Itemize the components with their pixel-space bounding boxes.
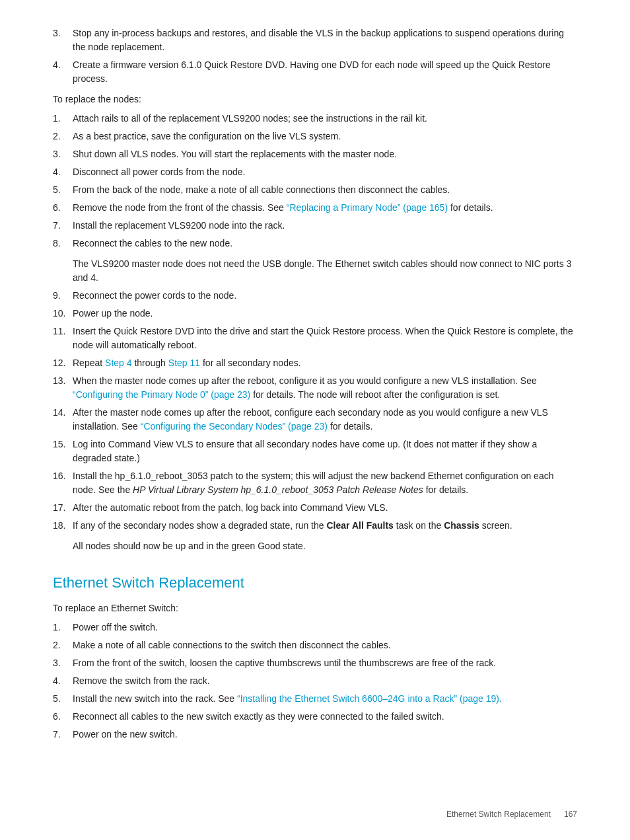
step-text: Install the hp_6.1.0_reboot_3053 patch t… — [73, 469, 577, 497]
step-text: Repeat Step 4 through Step 11 for all se… — [73, 356, 577, 370]
all-nodes-note: All nodes should now be up and in the gr… — [73, 539, 577, 553]
list-item: 8. Reconnect the cables to the new node. — [53, 237, 577, 250]
step-number: 7. — [53, 728, 73, 742]
step-text: Reconnect the power cords to the node. — [73, 289, 577, 303]
step-number: 14. — [53, 406, 73, 434]
step-number: 13. — [53, 374, 73, 402]
step-text-before: Install the new switch into the rack. Se… — [73, 693, 237, 704]
replace-steps-list: 1. Attach rails to all of the replacemen… — [53, 112, 577, 250]
list-item: 18. If any of the secondary nodes show a… — [53, 519, 577, 533]
step-text-after: for details. — [423, 484, 468, 495]
step-italic-text: HP Virtual Library System hp_6.1.0_reboo… — [133, 484, 423, 495]
installing-ethernet-switch-link[interactable]: “Installing the Ethernet Switch 6600–24G… — [237, 693, 502, 704]
step-number: 6. — [53, 710, 73, 724]
step-text: From the front of the switch, loosen the… — [73, 656, 577, 670]
list-item: 11. Insert the Quick Restore DVD into th… — [53, 325, 577, 352]
step-text: Disconnect all power cords from the node… — [73, 165, 577, 179]
item-number: 3. — [53, 26, 73, 54]
list-item: 7. Power on the new switch. — [53, 728, 577, 742]
list-item: 4. Remove the switch from the rack. — [53, 674, 577, 688]
step-text-before: When the master node comes up after the … — [73, 375, 537, 386]
step-text-mid: through — [132, 358, 168, 368]
step-number: 17. — [53, 501, 73, 515]
configure-primary-link[interactable]: “Configuring the Primary Node 0” (page 2… — [73, 389, 250, 400]
list-item: 5. Install the new switch into the rack.… — [53, 692, 577, 706]
list-item: 3. From the front of the switch, loosen … — [53, 656, 577, 670]
step-number: 9. — [53, 289, 73, 303]
step-text-after: for all secondary nodes. — [200, 358, 301, 368]
step-text-after: screen. — [479, 520, 512, 531]
page: 3. Stop any in-process backups and resto… — [0, 0, 630, 840]
step-text: After the master node comes up after the… — [73, 406, 577, 434]
item-text: Stop any in-process backups and restores… — [73, 26, 577, 54]
list-item: 16. Install the hp_6.1.0_reboot_3053 pat… — [53, 469, 577, 497]
footer-page-number: 167 — [564, 808, 577, 820]
step-text: When the master node comes up after the … — [73, 374, 577, 402]
step-number: 1. — [53, 112, 73, 126]
step-text: Install the replacement VLS9200 node int… — [73, 219, 577, 233]
step-number: 16. — [53, 469, 73, 497]
list-item: 7. Install the replacement VLS9200 node … — [53, 219, 577, 233]
list-item: 6. Remove the node from the front of the… — [53, 201, 577, 215]
step-text: Power off the switch. — [73, 621, 577, 634]
list-item: 3. Shut down all VLS nodes. You will sta… — [53, 147, 577, 161]
configure-secondary-link[interactable]: “Configuring the Secondary Nodes” (page … — [141, 421, 328, 432]
step-number: 4. — [53, 165, 73, 179]
list-item: 12. Repeat Step 4 through Step 11 for al… — [53, 356, 577, 370]
list-item: 5. From the back of the node, make a not… — [53, 183, 577, 197]
list-item: 4. Disconnect all power cords from the n… — [53, 165, 577, 179]
step-text-after: for details. — [328, 421, 372, 432]
step-text: Power on the new switch. — [73, 728, 577, 742]
ethernet-intro: To replace an Ethernet Switch: — [53, 601, 577, 615]
step-number: 3. — [53, 147, 73, 161]
replacing-primary-node-link[interactable]: “Replacing a Primary Node” (page 165) — [287, 202, 448, 213]
step-text: Remove the node from the front of the ch… — [73, 201, 577, 215]
step-number: 7. — [53, 219, 73, 233]
replace-steps-list-2: 9. Reconnect the power cords to the node… — [53, 289, 577, 533]
step-number: 18. — [53, 519, 73, 533]
step-text: Log into Command View VLS to ensure that… — [73, 438, 577, 465]
list-item: 15. Log into Command View VLS to ensure … — [53, 438, 577, 465]
item-text: Create a firmware version 6.1.0 Quick Re… — [73, 58, 577, 86]
step4-link[interactable]: Step 4 — [105, 358, 131, 368]
step11-link[interactable]: Step 11 — [168, 358, 200, 368]
step-number: 1. — [53, 621, 73, 634]
chassis-label: Chassis — [444, 520, 479, 531]
step-text: After the automatic reboot from the patc… — [73, 501, 577, 515]
list-item: 6. Reconnect all cables to the new switc… — [53, 710, 577, 724]
list-item: 4. Create a firmware version 6.1.0 Quick… — [53, 58, 577, 86]
step-number: 2. — [53, 130, 73, 143]
step-text: Make a note of all cable connections to … — [73, 638, 577, 652]
list-item: 2. As a best practice, save the configur… — [53, 130, 577, 143]
step-number: 10. — [53, 307, 73, 321]
step-text-mid: task on the — [394, 520, 444, 531]
list-item: 1. Power off the switch. — [53, 621, 577, 634]
step-number: 2. — [53, 638, 73, 652]
step-number: 6. — [53, 201, 73, 215]
step-number: 11. — [53, 325, 73, 352]
step-number: 3. — [53, 656, 73, 670]
step-number: 15. — [53, 438, 73, 465]
step8-note: The VLS9200 master node does not need th… — [73, 257, 577, 285]
clear-all-faults-label: Clear All Faults — [326, 520, 393, 531]
replace-intro: To replace the nodes: — [53, 93, 577, 106]
item-number: 4. — [53, 58, 73, 86]
step-text-after: for details. The node will reboot after … — [250, 389, 500, 400]
top-list: 3. Stop any in-process backups and resto… — [53, 26, 577, 86]
step-text-before: If any of the secondary nodes show a deg… — [73, 520, 326, 531]
step-text: Shut down all VLS nodes. You will start … — [73, 147, 577, 161]
page-footer: Ethernet Switch Replacement 167 — [446, 808, 577, 820]
step-text: From the back of the node, make a note o… — [73, 183, 577, 197]
step-text-before: Repeat — [73, 358, 105, 368]
list-item: 9. Reconnect the power cords to the node… — [53, 289, 577, 303]
step-number: 4. — [53, 674, 73, 688]
list-item: 3. Stop any in-process backups and resto… — [53, 26, 577, 54]
step-number: 12. — [53, 356, 73, 370]
step-text: As a best practice, save the configurati… — [73, 130, 577, 143]
step-text: Remove the switch from the rack. — [73, 674, 577, 688]
footer-section-name: Ethernet Switch Replacement — [446, 808, 551, 820]
step-text-before: Remove the node from the front of the ch… — [73, 202, 287, 213]
step-text: Power up the node. — [73, 307, 577, 321]
step-text: Install the new switch into the rack. Se… — [73, 692, 577, 706]
step-text: If any of the secondary nodes show a deg… — [73, 519, 577, 533]
